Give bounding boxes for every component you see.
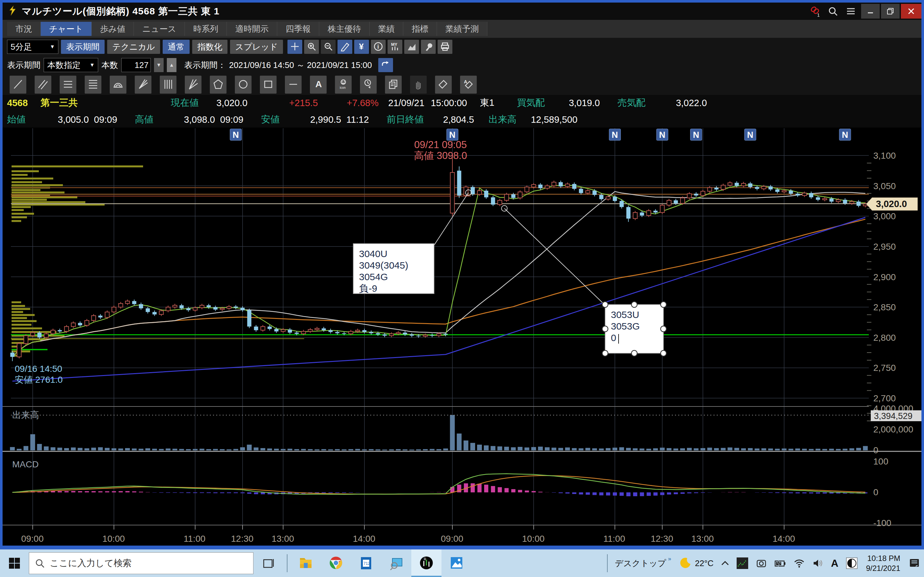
- vertical-lines-tool-icon[interactable]: [160, 76, 176, 93]
- period-mode-value: 本数指定: [47, 60, 81, 71]
- svg-text:2,900: 2,900: [873, 272, 896, 282]
- settings-wrench-icon[interactable]: [421, 40, 436, 54]
- start-button[interactable]: [0, 550, 29, 577]
- tray-expand-icon[interactable]: [717, 550, 733, 577]
- desktop-toolbar[interactable]: デスクトップ »: [611, 550, 675, 577]
- tab-1[interactable]: チャート: [41, 22, 92, 36]
- photos-app-icon[interactable]: [441, 550, 472, 577]
- tray-camera-icon[interactable]: [752, 550, 771, 577]
- toolbar-button-0[interactable]: 表示期間: [61, 40, 105, 54]
- svg-text:i: i: [377, 44, 379, 50]
- duplicate-tool-icon[interactable]: [385, 76, 402, 93]
- tab-7[interactable]: 株主優待: [319, 22, 370, 36]
- toolbar-button-2[interactable]: 通常: [163, 40, 190, 54]
- low-label: 安値: [261, 113, 280, 126]
- tab-2[interactable]: 歩み値: [92, 22, 134, 36]
- draw-pencil-icon[interactable]: [338, 40, 352, 54]
- desktop-label: デスクトップ: [615, 558, 666, 569]
- fibonacci-arc-tool-icon[interactable]: [110, 76, 126, 93]
- reset-period-button[interactable]: [378, 58, 393, 72]
- area-chart-icon[interactable]: [404, 40, 419, 54]
- ime-mode-icon[interactable]: [842, 550, 861, 577]
- toolbar-button-4[interactable]: スプレッド: [230, 40, 283, 54]
- chart-area[interactable]: 3,1003,0503,0002,9502,9002,8502,8002,750…: [3, 127, 921, 546]
- svg-text:09/21 09:05: 09/21 09:05: [414, 139, 467, 150]
- trading-app-icon[interactable]: R: [411, 550, 441, 577]
- minimize-button[interactable]: [861, 4, 880, 19]
- interval-select[interactable]: 5分足▼: [7, 40, 58, 54]
- tab-8[interactable]: 業績: [370, 22, 403, 36]
- horizontal-lines-tool-icon[interactable]: [85, 76, 102, 93]
- taskbar-clock[interactable]: 10:18 PM 9/21/2021: [861, 553, 905, 573]
- title-bar: マルチツール(個別銘柄) 4568 第一三共 東 1 1: [3, 3, 921, 20]
- file-explorer-icon[interactable]: [291, 550, 321, 577]
- tray-volume-icon[interactable]: [809, 550, 827, 577]
- taskbar-search-input[interactable]: ここに入力して検索: [29, 552, 254, 574]
- annotation-box-1[interactable]: 3040U3049(3045)3054G負-9: [353, 243, 434, 293]
- info-icon[interactable]: i: [371, 40, 386, 54]
- eraser-all-tool-icon[interactable]: A: [460, 76, 477, 93]
- tab-10[interactable]: 業績予測: [437, 22, 487, 36]
- my-chart-icon[interactable]: MY: [388, 40, 402, 54]
- weather-widget[interactable]: 22°C: [675, 550, 717, 577]
- toolbar-button-3[interactable]: 指数化: [192, 40, 228, 54]
- tab-9[interactable]: 指標: [403, 22, 437, 36]
- period-mode-select[interactable]: 本数指定▼: [44, 58, 98, 72]
- count-down-button[interactable]: ▼: [154, 58, 164, 72]
- tab-3[interactable]: ニュース: [134, 22, 185, 36]
- gann-fan-tool-icon[interactable]: [185, 76, 202, 93]
- bid-label: 買気配: [517, 97, 545, 109]
- horizontal-line-tool-icon[interactable]: [285, 76, 302, 93]
- tray-wifi-icon[interactable]: [790, 550, 809, 577]
- tab-6[interactable]: 四季報: [277, 22, 319, 36]
- tab-0[interactable]: 市況: [7, 22, 41, 36]
- restore-button[interactable]: [881, 4, 900, 19]
- tray-chart-icon[interactable]: [733, 550, 752, 577]
- menu-icon[interactable]: [842, 3, 860, 20]
- quote-row-2: 始値 3,005.0 09:09 高値 3,098.0 09:09 安値 2,9…: [3, 111, 921, 127]
- bar-count-input[interactable]: [121, 58, 151, 72]
- svg-text:3049(3045): 3049(3045): [359, 260, 408, 271]
- chrome-icon[interactable]: [321, 550, 351, 577]
- eraser-tool-icon[interactable]: [435, 76, 452, 93]
- trendline-tool-icon[interactable]: [10, 76, 26, 93]
- svg-text:11:00: 11:00: [184, 534, 205, 544]
- tab-4[interactable]: 時系列: [185, 22, 227, 36]
- svg-text:3053U: 3053U: [611, 309, 639, 320]
- parallel-lines-tool-icon[interactable]: [35, 76, 51, 93]
- pentagon-tool-icon[interactable]: [210, 76, 226, 93]
- count-up-button[interactable]: ▲: [167, 58, 176, 72]
- link-group-icon[interactable]: 1: [806, 3, 824, 20]
- svg-text:712: 712: [363, 561, 370, 566]
- icon-stamp-tool-icon[interactable]: icon: [335, 76, 352, 93]
- crosshair-icon[interactable]: [288, 40, 302, 54]
- fibonacci-retracement-tool-icon[interactable]: [60, 76, 76, 93]
- magnifier-app-icon[interactable]: [381, 550, 411, 577]
- tab-5[interactable]: 適時開示: [227, 22, 277, 36]
- app-logo-icon: [8, 5, 17, 17]
- text-tool-icon[interactable]: A: [310, 76, 326, 93]
- clock-time: 10:18 PM: [867, 553, 900, 563]
- ime-a-icon[interactable]: A: [827, 550, 842, 577]
- search-icon[interactable]: [824, 3, 842, 20]
- cycle-lines-tool-icon[interactable]: [360, 76, 376, 93]
- toolbar-button-1[interactable]: テクニカル: [107, 40, 160, 54]
- svg-text:N: N: [693, 130, 699, 140]
- mail-app-icon[interactable]: 712: [351, 550, 381, 577]
- svg-text:N: N: [612, 130, 618, 140]
- zoom-in-icon[interactable]: [304, 40, 319, 54]
- stock-chart-canvas[interactable]: 3,1003,0503,0002,9502,9002,8502,8002,750…: [3, 127, 921, 546]
- last-price: 3,020.0: [216, 98, 248, 108]
- task-view-icon[interactable]: [254, 550, 284, 577]
- print-icon[interactable]: [438, 40, 452, 54]
- annotation-box-2[interactable]: 3053U3053G0: [602, 301, 666, 356]
- svg-text:11:00: 11:00: [604, 534, 625, 544]
- rectangle-tool-icon[interactable]: [260, 76, 276, 93]
- notification-center-icon[interactable]: [905, 550, 924, 577]
- fibonacci-fan-tool-icon[interactable]: [135, 76, 152, 93]
- close-button[interactable]: [901, 4, 921, 19]
- stock-name: 第一三共: [41, 97, 78, 109]
- tray-battery-icon[interactable]: [771, 550, 790, 577]
- ellipse-tool-icon[interactable]: [235, 76, 252, 93]
- yen-icon[interactable]: ¥: [354, 40, 369, 54]
